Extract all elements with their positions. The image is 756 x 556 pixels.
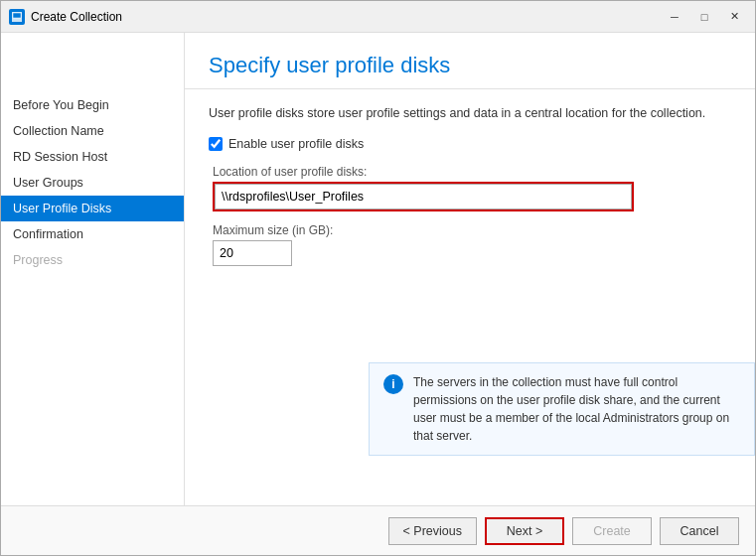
sidebar-item-collection-name[interactable]: Collection Name [1, 118, 184, 144]
create-button[interactable]: Create [572, 517, 652, 545]
location-input-wrapper [213, 182, 634, 211]
previous-button[interactable]: < Previous [388, 517, 477, 545]
window-title: Create Collection [31, 10, 662, 24]
size-label: Maximum size (in GB): [213, 223, 731, 237]
sidebar-item-user-groups[interactable]: User Groups [1, 170, 184, 196]
sidebar-item-before-you-begin[interactable]: Before You Begin [1, 92, 184, 118]
title-bar-controls: ─ □ ✕ [662, 7, 747, 27]
enable-checkbox-label[interactable]: Enable user profile disks [228, 137, 364, 151]
close-button[interactable]: ✕ [721, 7, 747, 27]
enable-checkbox-row: Enable user profile disks [209, 137, 731, 151]
maximize-button[interactable]: □ [691, 7, 717, 27]
location-field-group: Location of user profile disks: [213, 165, 731, 211]
minimize-button[interactable]: ─ [662, 7, 687, 27]
cancel-button[interactable]: Cancel [660, 517, 739, 545]
description-text: User profile disks store user profile se… [209, 105, 731, 123]
main-window: Create Collection ─ □ ✕ Before You Begin… [0, 0, 756, 556]
sidebar-item-rd-session-host[interactable]: RD Session Host [1, 144, 184, 170]
window-icon [9, 9, 25, 25]
title-bar: Create Collection ─ □ ✕ [1, 1, 755, 33]
sidebar: Before You Begin Collection Name RD Sess… [1, 33, 185, 505]
sidebar-item-progress: Progress [1, 247, 184, 273]
location-label: Location of user profile disks: [213, 165, 731, 179]
svg-rect-1 [13, 13, 21, 18]
info-banner: i The servers in the collection must hav… [369, 362, 755, 456]
size-field-group: Maximum size (in GB): [213, 223, 731, 266]
sidebar-item-user-profile-disks[interactable]: User Profile Disks [1, 196, 184, 221]
enable-checkbox[interactable] [209, 137, 223, 151]
footer: < Previous Next > Create Cancel [1, 505, 755, 555]
next-button[interactable]: Next > [485, 517, 564, 545]
main-header: Specify user profile disks [185, 33, 755, 89]
info-text: The servers in the collection must have … [413, 373, 740, 445]
page-title: Specify user profile disks [209, 53, 731, 78]
info-icon: i [383, 374, 403, 394]
main-panel: Specify user profile disks User profile … [185, 33, 755, 505]
location-input[interactable] [215, 184, 632, 209]
size-input[interactable] [213, 240, 292, 266]
content-area: Before You Begin Collection Name RD Sess… [1, 33, 755, 505]
sidebar-item-confirmation[interactable]: Confirmation [1, 221, 184, 247]
